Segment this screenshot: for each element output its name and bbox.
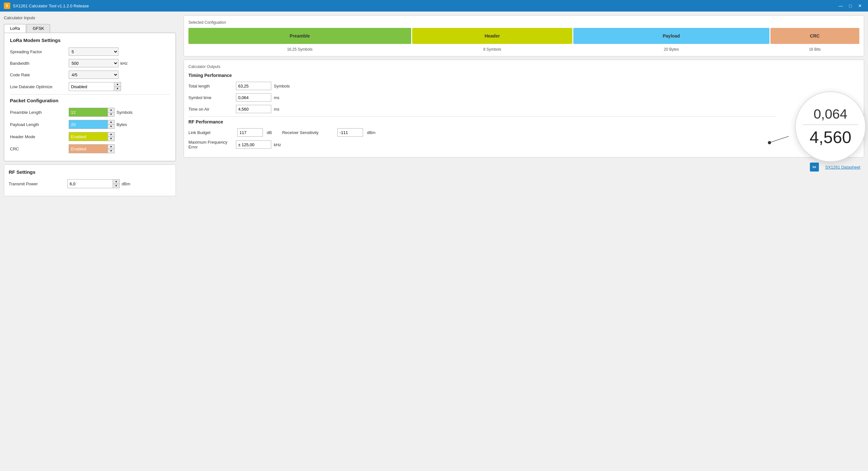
max-freq-error-row: Maximum Frequency Error ± 125,00 kHz (188, 140, 776, 149)
receiver-sensitivity-unit: dBm (367, 130, 376, 135)
bottom-link-row: SX SX1261 Datasheet (184, 161, 864, 173)
transmit-power-down[interactable]: ▼ (113, 184, 119, 188)
payload-length-row: Payload Length ▲ ▼ Bytes (10, 120, 170, 129)
header-mode-up[interactable]: ▲ (108, 132, 114, 137)
bandwidth-select[interactable]: 125500250 (69, 59, 119, 67)
preamble-length-label: Preamble Length (10, 110, 66, 115)
transmit-power-input[interactable] (68, 179, 113, 188)
low-datarate-row: Low Datarate Optimize ▲ ▼ (10, 82, 170, 91)
time-on-air-value: 4,560 (236, 105, 271, 113)
receiver-sensitivity-value: -111 (337, 128, 363, 137)
payload-length-unit: Bytes (117, 122, 127, 127)
crc-up[interactable]: ▲ (108, 145, 114, 149)
lora-modem-heading: LoRa Modem Settings (10, 37, 170, 43)
time-on-air-row: Time on Air 4,560 ms (188, 105, 776, 113)
payload-bar: Payload (573, 28, 769, 44)
spreading-factor-row: Spreading Factor 5678 9101112 (10, 47, 170, 56)
magnifier-bottom-value: 4,560 (803, 125, 858, 147)
rf-settings-heading: RF Settings (9, 169, 171, 175)
low-datarate-spinner-btns: ▲ ▼ (114, 82, 121, 91)
crc-label: CRC (10, 146, 66, 152)
left-panel: Calculator Inputs LoRa GFSK LoRa Modem S… (0, 11, 180, 471)
preamble-length-up[interactable]: ▲ (108, 108, 114, 112)
code-rate-select[interactable]: 4/54/64/74/8 (69, 71, 119, 79)
code-rate-label: Code Rate (10, 72, 66, 77)
crc-input[interactable] (69, 145, 107, 153)
magnifier-zoom: 0,064 4,560 (795, 91, 866, 162)
transmit-power-btns: ▲ ▼ (113, 179, 119, 188)
header-mode-down[interactable]: ▼ (108, 137, 114, 141)
time-on-air-label: Time on Air (188, 107, 234, 111)
config-bars: Preamble Header Payload CRC (188, 28, 859, 44)
preamble-length-unit: Symbols (117, 110, 132, 115)
timing-performance-heading: Timing Performance (188, 73, 859, 78)
header-mode-label: Header Mode (10, 134, 66, 139)
config-labels: 16,25 Symbols 8 Symbols 20 Bytes 16 Bits (188, 47, 859, 52)
spreading-factor-select[interactable]: 5678 9101112 (69, 47, 119, 56)
preamble-sublabel: 16,25 Symbols (188, 47, 411, 52)
preamble-length-down[interactable]: ▼ (108, 112, 114, 117)
payload-length-down[interactable]: ▼ (108, 125, 114, 129)
header-mode-input[interactable] (69, 132, 107, 141)
low-datarate-up[interactable]: ▲ (114, 82, 121, 87)
spreading-factor-label: Spreading Factor (10, 49, 66, 54)
crc-down[interactable]: ▼ (108, 149, 114, 153)
transmit-power-label: Transmit Power (9, 181, 65, 186)
code-rate-row: Code Rate 4/54/64/74/8 (10, 71, 170, 79)
packet-config-heading: Packet Configuration (10, 98, 170, 103)
tab-lora[interactable]: LoRa (4, 24, 26, 33)
datasheet-link[interactable]: SX1261 Datasheet (822, 163, 864, 172)
payload-length-input[interactable] (69, 120, 107, 129)
low-datarate-spinner: ▲ ▼ (69, 82, 121, 91)
crc-row: CRC ▲ ▼ (10, 144, 170, 153)
total-length-row: Total length 63,25 Symbols (188, 82, 776, 90)
close-button[interactable]: ✕ (856, 2, 864, 10)
header-sublabel: 8 Symbols (412, 47, 572, 52)
preamble-length-btns: ▲ ▼ (107, 108, 114, 116)
svg-point-1 (768, 141, 771, 144)
transmit-power-spinner: ▲ ▼ (67, 179, 120, 188)
low-datarate-input[interactable] (69, 82, 114, 91)
sx-logo: SX (810, 163, 819, 172)
symbol-time-row: Symbol time 0,064 ms (188, 93, 776, 102)
rf-performance-heading: RF Performance (188, 119, 776, 125)
low-datarate-down[interactable]: ▼ (114, 87, 121, 91)
crc-sublabel: 16 Bits (770, 47, 859, 52)
bandwidth-row: Bandwidth 125500250 kHz (10, 59, 170, 67)
preamble-length-input[interactable] (69, 108, 107, 116)
tab-gfsk[interactable]: GFSK (27, 24, 50, 33)
restore-button[interactable]: □ (846, 2, 855, 10)
payload-length-label: Payload Length (10, 122, 66, 127)
max-freq-error-label: Maximum Frequency Error (188, 140, 234, 149)
selected-config-section: Selected Configuation Preamble Header Pa… (184, 15, 864, 57)
calculator-outputs-title: Calculator Outputs (188, 64, 859, 69)
app-icon: S (4, 3, 10, 9)
right-panel: Selected Configuation Preamble Header Pa… (180, 11, 868, 471)
payload-length-btns: ▲ ▼ (107, 120, 114, 129)
transmit-power-unit: dBm (122, 181, 130, 186)
header-mode-btns: ▲ ▼ (107, 132, 114, 141)
payload-length-spinner: ▲ ▼ (69, 120, 115, 129)
selected-config-title: Selected Configuation (188, 20, 859, 25)
calculator-outputs-section: Calculator Outputs Timing Performance To… (184, 60, 864, 158)
crc-bar: CRC (770, 28, 859, 44)
max-freq-error-unit: kHz (274, 142, 281, 147)
magnifier-connector (763, 136, 789, 146)
header-mode-spinner: ▲ ▼ (69, 132, 115, 141)
payload-length-up[interactable]: ▲ (108, 120, 114, 125)
window-title: SX1261 Calculator Tool v1.1.2.0 Release (13, 3, 89, 8)
minimize-button[interactable]: — (837, 2, 845, 10)
link-budget-unit: dB (267, 130, 272, 135)
rf-settings-section: RF Settings Transmit Power ▲ ▼ dBm (4, 165, 176, 196)
svg-line-0 (770, 136, 789, 143)
transmit-power-row: Transmit Power ▲ ▼ dBm (9, 179, 171, 188)
crc-spinner: ▲ ▼ (69, 144, 115, 153)
bandwidth-unit: kHz (120, 61, 127, 66)
bandwidth-label: Bandwidth (10, 61, 66, 66)
symbol-time-unit: ms (274, 95, 279, 100)
calculator-inputs-title: Calculator Inputs (4, 15, 176, 20)
max-freq-error-value: ± 125,00 (236, 140, 271, 149)
transmit-power-up[interactable]: ▲ (113, 179, 119, 184)
header-bar: Header (412, 28, 572, 44)
preamble-length-spinner: ▲ ▼ (69, 108, 115, 117)
